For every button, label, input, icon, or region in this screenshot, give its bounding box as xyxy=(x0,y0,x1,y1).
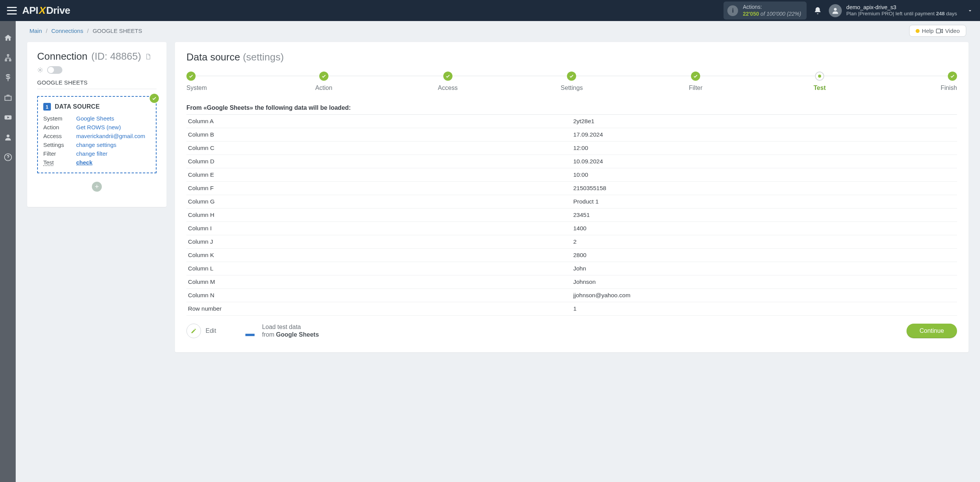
cell-value: 2800 xyxy=(572,249,957,262)
crumb-current: GOOGLE SHEETS xyxy=(93,28,142,34)
cell-key: Column B xyxy=(186,128,572,142)
check-icon xyxy=(948,72,957,81)
crumb-connections[interactable]: Connections xyxy=(51,28,83,34)
brand-logo[interactable]: API X Drive xyxy=(22,5,70,16)
brand-pre: API xyxy=(22,5,38,16)
load-line2-pre: from xyxy=(262,331,276,338)
ds-label-system: System xyxy=(43,115,76,122)
step-settings[interactable]: Settings xyxy=(558,72,585,91)
menu-toggle[interactable] xyxy=(7,7,17,15)
main-card: Data source (settings) SystemActionAcces… xyxy=(175,42,969,352)
crumb-main[interactable]: Main xyxy=(29,28,42,34)
data-source-box[interactable]: 1 DATA SOURCE SystemGoogle Sheets Action… xyxy=(37,96,157,173)
rail-account[interactable] xyxy=(0,132,16,143)
actions-pct: (22%) xyxy=(786,11,801,17)
cell-value: John xyxy=(572,262,957,275)
help-bulb-icon xyxy=(916,29,920,33)
svg-rect-4 xyxy=(936,29,941,33)
connection-toggle[interactable] xyxy=(47,66,62,74)
table-row: Column GProduct 1 xyxy=(186,195,957,208)
ds-link-filter[interactable]: change filter xyxy=(76,150,150,157)
account-menu[interactable]: demo_apix-drive_s3 Plan |Premium PRO| le… xyxy=(829,4,973,17)
check-icon xyxy=(567,72,576,81)
table-row: Column J2 xyxy=(186,235,957,249)
help-label: Help xyxy=(922,28,934,34)
add-destination-button[interactable]: + xyxy=(92,182,102,192)
rail-connections[interactable] xyxy=(0,52,16,63)
rail-projects[interactable] xyxy=(0,92,16,103)
rail-billing[interactable] xyxy=(0,72,16,83)
actions-of: of xyxy=(759,11,766,17)
ds-label-filter: Filter xyxy=(43,150,76,157)
ds-link-access[interactable]: maverickandrii@gmail.com xyxy=(76,133,150,139)
rail-home[interactable] xyxy=(0,33,16,43)
step-badge-1: 1 xyxy=(43,103,51,111)
connection-card: Connection (ID: 48865) GOOGLE SHEETS 1 D… xyxy=(27,42,167,207)
step-filter[interactable]: Filter xyxy=(682,72,709,91)
step-test[interactable]: Test xyxy=(806,72,833,91)
check-icon xyxy=(691,72,700,81)
ds-label-settings: Settings xyxy=(43,142,76,148)
edit-button[interactable] xyxy=(186,324,201,338)
cell-key: Column J xyxy=(186,235,572,249)
preview-heading: From «Google Sheets» the following data … xyxy=(186,104,957,115)
dollar-icon xyxy=(4,73,12,82)
cell-key: Column C xyxy=(186,142,572,155)
connection-source-name: GOOGLE SHEETS xyxy=(37,79,157,89)
cell-key: Column M xyxy=(186,275,572,289)
cell-key: Column H xyxy=(186,208,572,222)
ds-link-system[interactable]: Google Sheets xyxy=(76,115,150,122)
step-action[interactable]: Action xyxy=(310,72,337,91)
page-title: Data source xyxy=(186,51,240,63)
check-icon xyxy=(319,72,328,81)
bell-icon[interactable] xyxy=(813,7,822,15)
pencil-icon xyxy=(190,327,197,334)
home-icon xyxy=(4,34,12,42)
preview-table: Column A2yt28e1Column B17.09.2024Column … xyxy=(186,115,957,316)
load-test-data-button[interactable]: Load test data from Google Sheets xyxy=(243,323,319,339)
ds-label-access: Access xyxy=(43,133,76,139)
table-row: Column LJohn xyxy=(186,262,957,275)
table-row: Column H23451 xyxy=(186,208,957,222)
gear-icon[interactable] xyxy=(37,67,43,73)
table-row: Row number1 xyxy=(186,302,957,316)
document-icon[interactable] xyxy=(145,54,151,60)
video-label: Video xyxy=(945,28,960,34)
cell-value: Product 1 xyxy=(572,195,957,208)
ds-link-settings[interactable]: change settings xyxy=(76,142,150,148)
connection-id: (ID: 48865) xyxy=(91,50,141,62)
page: Main / Connections / GOOGLE SHEETS Help … xyxy=(16,21,980,482)
step-label: Test xyxy=(813,85,826,91)
cell-value: 2 xyxy=(572,235,957,249)
video-icon xyxy=(936,28,943,34)
step-label: Settings xyxy=(561,85,583,91)
step-system[interactable]: System xyxy=(186,72,213,91)
load-line1: Load test data xyxy=(262,323,319,331)
ds-link-action[interactable]: Get ROWS (new) xyxy=(76,124,150,130)
ds-label-action: Action xyxy=(43,124,76,130)
table-row: Column K2800 xyxy=(186,249,957,262)
load-line2-bold: Google Sheets xyxy=(276,331,319,338)
step-finish[interactable]: Finish xyxy=(930,72,957,91)
svg-point-0 xyxy=(834,8,836,10)
cell-key: Column I xyxy=(186,222,572,235)
step-access[interactable]: Access xyxy=(434,72,461,91)
cell-key: Column N xyxy=(186,289,572,302)
cell-key: Column L xyxy=(186,262,572,275)
help-video-button[interactable]: Help Video xyxy=(909,25,966,37)
user-icon xyxy=(4,133,12,142)
cell-key: Column G xyxy=(186,195,572,208)
ds-link-test[interactable]: check xyxy=(76,159,150,166)
table-row: Column B17.09.2024 xyxy=(186,128,957,142)
cell-key: Column D xyxy=(186,155,572,168)
table-row: Column I1400 xyxy=(186,222,957,235)
status-ok-icon xyxy=(150,94,159,103)
table-row: Column Njjohnson@yahoo.com xyxy=(186,289,957,302)
question-icon xyxy=(4,153,12,161)
actions-total: 100'000 xyxy=(766,11,785,17)
rail-help[interactable] xyxy=(0,152,16,163)
continue-button[interactable]: Continue xyxy=(906,324,957,338)
table-row: Column E10:00 xyxy=(186,168,957,182)
rail-video[interactable] xyxy=(0,112,16,123)
actions-quota[interactable]: i Actions: 22'050 of 100'000 (22%) xyxy=(724,2,806,20)
